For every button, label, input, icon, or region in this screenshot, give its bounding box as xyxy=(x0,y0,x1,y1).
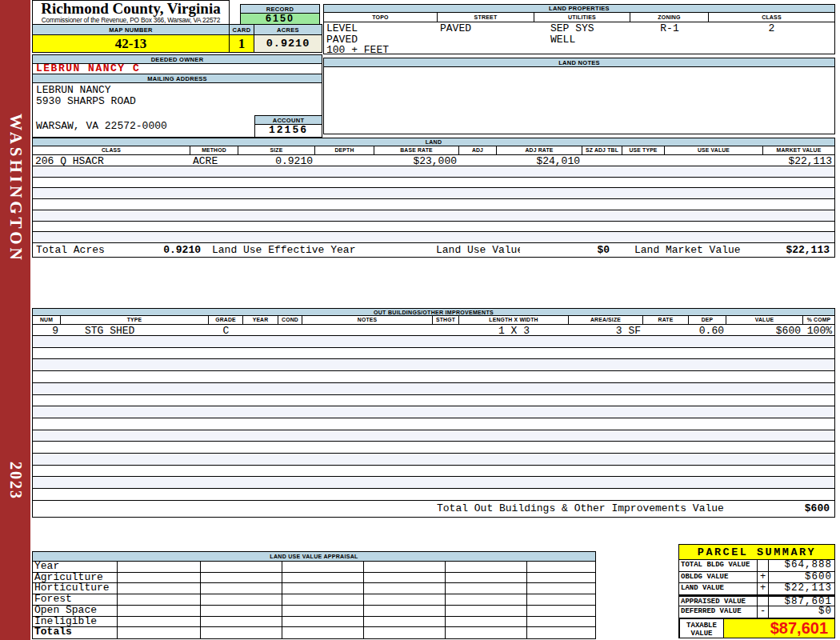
mailing-line: LEBRUN NANCY xyxy=(36,85,111,95)
table-cell xyxy=(33,359,834,370)
record-box: RECORD 6150 xyxy=(240,4,320,25)
column-header: DEPTH xyxy=(315,146,374,154)
sidebar-district-label: WASHINGTON xyxy=(6,114,26,263)
table-cell xyxy=(118,617,201,627)
table-row xyxy=(33,188,834,199)
table-cell: $22,113 xyxy=(763,156,834,166)
column-header: YEAR xyxy=(243,316,278,324)
summary-label: OBLDG VALUE xyxy=(679,572,757,584)
summary-operator: - xyxy=(757,606,768,618)
parcel-summary-title: PARCEL SUMMARY xyxy=(679,545,834,560)
table-row xyxy=(33,359,834,371)
table-row: CLASSMETHODSIZEDEPTHBASE RATEADJADJ RATE… xyxy=(33,146,834,155)
table-cell xyxy=(33,395,834,406)
table-row xyxy=(33,477,834,489)
card-box: CARD 1 xyxy=(229,24,254,53)
table-cell xyxy=(302,326,433,335)
table-cell: ACRE xyxy=(190,156,238,166)
table-cell xyxy=(243,326,278,335)
table-cell xyxy=(364,617,446,627)
taxable-value-label: TAXABLE VALUE xyxy=(679,619,724,638)
table-cell xyxy=(201,617,282,627)
land-use-appraisal-section: LAND USE VALUE APPRAISAL YearAgriculture… xyxy=(32,551,596,639)
table-cell xyxy=(33,418,834,430)
table-cell xyxy=(33,178,834,188)
mailing-line: 5930 SHARPS ROAD xyxy=(36,96,136,106)
table-row xyxy=(33,430,834,442)
table-cell: 3 SF xyxy=(569,326,643,335)
column-header: STREET xyxy=(438,13,534,22)
table-cell xyxy=(282,606,364,616)
land-market-value: $22,113 xyxy=(743,244,834,256)
table-cell xyxy=(364,562,446,572)
street-value: PAVED xyxy=(440,23,534,34)
table-cell xyxy=(33,406,834,418)
table-cell xyxy=(282,627,364,638)
land-notes-section: LAND NOTES xyxy=(323,58,835,134)
table-cell xyxy=(282,617,364,627)
table-cell xyxy=(118,606,201,616)
land-title: LAND xyxy=(33,138,834,146)
table-row: NUMTYPEGRADEYEARCONDNOTESSTHGTLENGTH X W… xyxy=(33,316,834,325)
topo-values: LEVEL PAVED 100 + FEET xyxy=(324,22,438,56)
column-header: USE TYPE xyxy=(622,146,665,154)
street-values: PAVED xyxy=(438,22,534,56)
table-cell xyxy=(201,562,282,572)
table-cell xyxy=(33,348,834,359)
table-row xyxy=(33,232,834,243)
out-buildings-body: 9STG SHEDC1 X 33 SF0.60$600100% xyxy=(33,325,834,501)
table-cell xyxy=(527,594,595,605)
table-row xyxy=(33,406,834,418)
land-properties-values: LEVEL PAVED 100 + FEET PAVED SEP SYS WEL… xyxy=(324,22,834,56)
mailing-address-box: LEBRUN NANCY 5930 SHARPS ROAD WARSAW, VA… xyxy=(32,82,322,138)
table-cell xyxy=(33,199,834,210)
table-cell xyxy=(459,156,497,166)
taxable-value: $87,601 xyxy=(724,619,834,638)
acres-label: ACRES xyxy=(254,25,322,35)
summary-value: $22,113 xyxy=(768,583,834,595)
table-cell xyxy=(33,454,834,465)
topo-value: PAVED xyxy=(326,34,438,46)
table-cell: 206 Q HSACR xyxy=(33,156,190,166)
table-cell: Open Space xyxy=(33,606,118,616)
table-cell: Year xyxy=(33,562,118,572)
table-cell xyxy=(446,627,527,638)
land-properties-section: LAND PROPERTIES TOPO STREET UTILITIES ZO… xyxy=(323,4,835,54)
column-header: RATE xyxy=(643,316,689,324)
column-header: CLASS xyxy=(709,13,834,22)
parcel-summary-row: LAND VALUE+$22,113 xyxy=(679,583,834,595)
table-row xyxy=(33,336,834,348)
table-cell xyxy=(282,594,364,605)
account-value: 12156 xyxy=(255,125,322,136)
table-cell xyxy=(446,594,527,605)
column-header: CLASS xyxy=(33,146,190,154)
out-buildings-header: NUMTYPEGRADEYEARCONDNOTESSTHGTLENGTH X W… xyxy=(33,316,834,325)
table-cell: $24,010 xyxy=(497,156,582,166)
summary-label: LAND VALUE xyxy=(679,583,757,595)
sidebar: WASHINGTON 2023 xyxy=(0,0,30,640)
land-use-value: $0 xyxy=(520,244,610,256)
column-header: ZONING xyxy=(630,13,709,22)
utilities-values: SEP SYS WELL xyxy=(534,22,630,56)
table-cell xyxy=(33,489,834,500)
total-acres-label: Total Acres xyxy=(33,244,106,256)
summary-label: TOTAL BLDG VALUE xyxy=(679,560,757,572)
summary-label: APPRAISED VALUE xyxy=(679,595,757,607)
table-row xyxy=(33,166,834,178)
table-cell xyxy=(364,583,446,594)
table-cell xyxy=(527,562,595,572)
summary-operator: + xyxy=(757,572,768,584)
utilities-value: WELL xyxy=(550,34,630,46)
column-header: TYPE xyxy=(61,316,209,324)
table-cell xyxy=(527,627,595,638)
column-header: NOTES xyxy=(302,316,433,324)
table-cell: Agriculture xyxy=(33,573,118,583)
out-buildings-title: OUT BUILDINGS/OTHER IMPROVEMENTS xyxy=(33,309,834,316)
table-cell: $23,000 xyxy=(374,156,459,166)
table-cell xyxy=(33,336,834,347)
table-cell: 0.9210 xyxy=(238,156,315,166)
table-row: Horticulture xyxy=(33,583,595,594)
column-header: SIZE xyxy=(238,146,315,154)
table-cell xyxy=(118,562,201,572)
topo-value: 100 + FEET xyxy=(326,45,438,56)
